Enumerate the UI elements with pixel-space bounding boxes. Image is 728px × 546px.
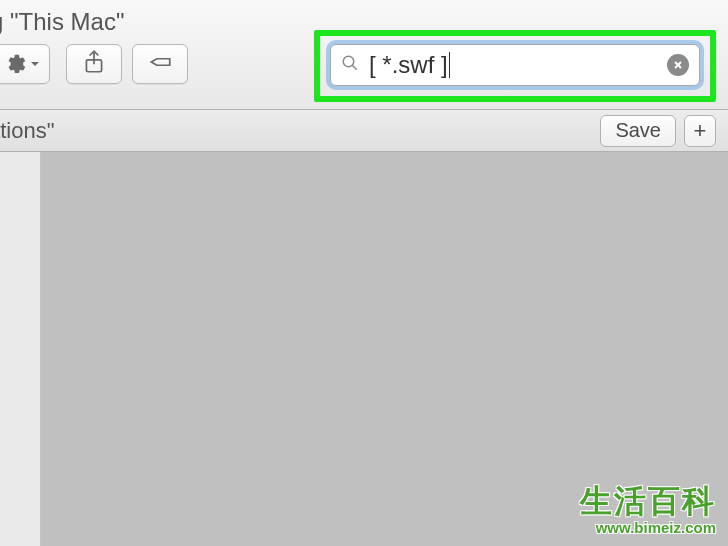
gear-icon [4,53,26,75]
save-search-button[interactable]: Save [600,115,676,147]
search-icon [341,54,359,76]
search-scope-bar: ations" Save + [0,110,728,152]
watermark-text: 生活百科 [580,485,716,517]
scope-label-fragment: ations" [0,118,55,144]
chevron-down-icon [30,55,40,73]
finder-toolbar: g "This Mac" [ *.swf [0,0,728,110]
search-input[interactable]: [ *.swf ] [330,44,700,86]
tag-icon [147,49,173,79]
toolbar-buttons [0,44,188,84]
share-button[interactable] [66,44,122,84]
watermark-url: www.bimeiz.com [580,519,716,536]
tags-button[interactable] [132,44,188,84]
sidebar-sliver [0,152,41,546]
action-menu-button[interactable] [0,44,50,84]
svg-point-1 [343,56,354,67]
text-cursor [449,52,450,78]
share-icon [81,49,107,79]
watermark: 生活百科 www.bimeiz.com [580,485,716,536]
add-criteria-button[interactable]: + [684,115,716,147]
clear-search-button[interactable] [667,54,689,76]
search-value: [ *.swf ] [369,51,667,79]
window-title-fragment: g "This Mac" [0,8,124,36]
svg-line-2 [352,65,357,70]
search-field-wrapper: [ *.swf ] [330,44,700,86]
